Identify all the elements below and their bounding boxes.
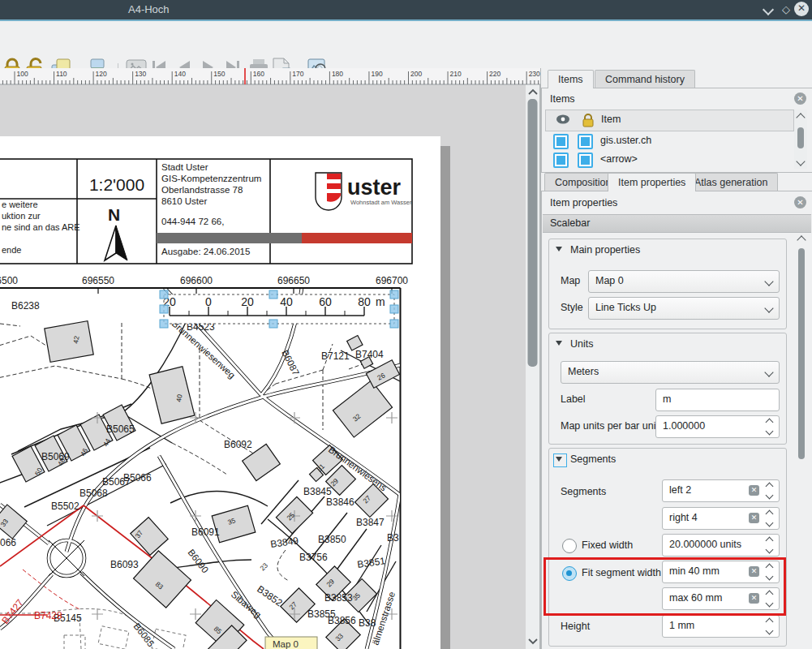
svg-text:20: 20 [241, 295, 254, 308]
segments-right-spinbox[interactable]: right 4 ✕ [662, 507, 780, 530]
svg-text:m: m [376, 295, 385, 308]
group-main-properties: Main properties Map Map 0 Style Line Tic… [548, 239, 787, 329]
spin-down-icon [766, 492, 774, 500]
units-title: Units [570, 338, 593, 350]
item-properties-close-icon[interactable]: ✕ [794, 196, 806, 208]
spin-up-icon [766, 419, 774, 427]
map-units-per-bar-label: Map units per bar unit [561, 420, 659, 432]
svg-text:B3756: B3756 [299, 552, 328, 563]
svg-text:Ausgabe: 24.06.2015: Ausgabe: 24.06.2015 [161, 247, 250, 256]
spin-down-icon [766, 519, 774, 527]
svg-text:GIS-Kompetenzzentrum: GIS-Kompetenzzentrum [161, 174, 261, 183]
svg-text:B38: B38 [359, 617, 376, 629]
item-label: <arrow> [600, 153, 638, 165]
svg-text:044-944 72 66,: 044-944 72 66, [161, 217, 224, 226]
canvas-svg: 1:2'000Ne weitereuktion zurne sind an da… [0, 68, 540, 649]
height-spinbox[interactable]: 1 mm [662, 615, 780, 638]
tab-items[interactable]: Items [548, 70, 594, 88]
items-table-row[interactable]: <arrow> [545, 151, 793, 169]
shade-icon[interactable] [764, 5, 772, 16]
svg-text:696500: 696500 [0, 275, 18, 286]
spin-up-icon [766, 510, 774, 518]
svg-text:Oberlandstrasse 78: Oberlandstrasse 78 [161, 185, 243, 195]
lock-checkbox[interactable] [578, 134, 593, 149]
svg-text:B3847: B3847 [356, 517, 385, 528]
group-units: Units Meters Label m Map units per bar u… [548, 333, 787, 445]
horizontal-ruler: 1001101201301401501601701801902002102202… [0, 68, 540, 84]
item-properties-title: Item properties [550, 197, 617, 208]
svg-text:8610 Uster: 8610 Uster [161, 196, 207, 206]
spin-up-icon [766, 618, 774, 626]
composer-canvas[interactable]: 1:2'000Ne weitereuktion zurne sind an da… [0, 68, 540, 649]
banner-red [302, 233, 412, 243]
svg-text:Wohnstadt am Wasser: Wohnstadt am Wasser [350, 199, 412, 206]
svg-text:130: 130 [135, 70, 146, 78]
props-scrollbar[interactable] [795, 234, 808, 649]
svg-text:80: 80 [358, 295, 371, 308]
items-table-row[interactable]: gis.uster.ch [545, 132, 793, 150]
svg-text:Map 0: Map 0 [273, 639, 299, 649]
lock-column-icon [582, 113, 595, 130]
item-label: gis.uster.ch [600, 135, 651, 146]
visibility-checkbox[interactable] [553, 134, 569, 149]
svg-text:B7121: B7121 [321, 350, 350, 362]
lock-checkbox[interactable] [578, 153, 593, 168]
svg-text:B3846: B3846 [326, 496, 354, 508]
svg-text:140: 140 [174, 70, 186, 78]
fixed-width-radio[interactable] [562, 539, 577, 553]
svg-text:ende: ende [2, 245, 21, 255]
close-icon[interactable]: ✕ [794, 2, 809, 16]
combo-chevron-icon [764, 303, 773, 312]
svg-text:120: 120 [96, 70, 107, 78]
group-segments: Segments Segments left 2 ✕ right 4 ✕ Fix… [548, 448, 787, 647]
collapse-arrow-icon[interactable] [556, 247, 562, 251]
units-combobox[interactable]: Meters [561, 361, 780, 384]
label-input[interactable]: m [655, 389, 780, 411]
height-label: Height [561, 621, 590, 632]
scroll-thumb [528, 99, 538, 367]
map-label: Map [561, 275, 580, 286]
svg-text:B5065: B5065 [106, 423, 135, 435]
spin-down-icon [766, 428, 774, 436]
items-scrollbar[interactable] [794, 110, 807, 169]
fixed-width-label: Fixed width [582, 539, 633, 551]
svg-text:0: 0 [205, 295, 212, 308]
collapse-arrow-icon[interactable] [556, 341, 562, 346]
canvas-vscrollbar[interactable] [526, 84, 539, 649]
spin-down-icon [766, 627, 774, 635]
composer-toolbar [0, 21, 812, 68]
label-label: Label [561, 393, 586, 405]
highlight-rectangle [543, 557, 786, 616]
style-combobox[interactable]: Line Ticks Up [588, 297, 780, 320]
svg-text:696700: 696700 [376, 275, 408, 286]
segments-left-spinbox[interactable]: left 2 ✕ [662, 479, 780, 502]
svg-text:B3853: B3853 [324, 592, 353, 604]
maximize-icon[interactable]: ◇ [782, 3, 790, 15]
svg-text:B7404: B7404 [355, 349, 384, 360]
scalebar-item[interactable]: 20020406080m [160, 290, 398, 328]
svg-text:e weitere: e weitere [2, 200, 38, 209]
clear-icon: ✕ [749, 513, 759, 523]
tab-command-history[interactable]: Command history [595, 70, 695, 88]
map-combobox[interactable]: Map 0 [588, 270, 780, 293]
svg-text:B3: B3 [387, 532, 399, 544]
map-units-per-bar-spinbox[interactable]: 1.000000 [655, 415, 780, 438]
svg-text:B5067: B5067 [102, 476, 131, 488]
visibility-checkbox[interactable] [553, 153, 569, 168]
fixed-width-spinbox[interactable]: 20.000000 units [662, 534, 780, 557]
svg-text:ne sind an das ARE: ne sind an das ARE [2, 222, 80, 232]
collapse-arrow-icon[interactable] [556, 457, 562, 462]
spin-up-icon [766, 537, 774, 545]
items-scroll-up-icon [796, 113, 805, 122]
svg-text:B3845: B3845 [303, 486, 332, 497]
banner-gray [157, 233, 302, 243]
items-panel-close-icon[interactable]: ✕ [794, 92, 806, 105]
qgis-composer-window: { "window": {"title": "A4-Hoch"}, "ruler… [0, 0, 812, 649]
svg-text:uktion zur: uktion zur [2, 211, 41, 221]
svg-text:B7428: B7428 [34, 610, 62, 621]
svg-text:200: 200 [410, 70, 422, 78]
tab-atlas-generation[interactable]: Atlas generation [684, 173, 778, 191]
svg-text:42: 42 [71, 335, 81, 344]
segments-title: Segments [570, 453, 616, 465]
tab-item-properties[interactable]: Item properties [608, 173, 696, 191]
